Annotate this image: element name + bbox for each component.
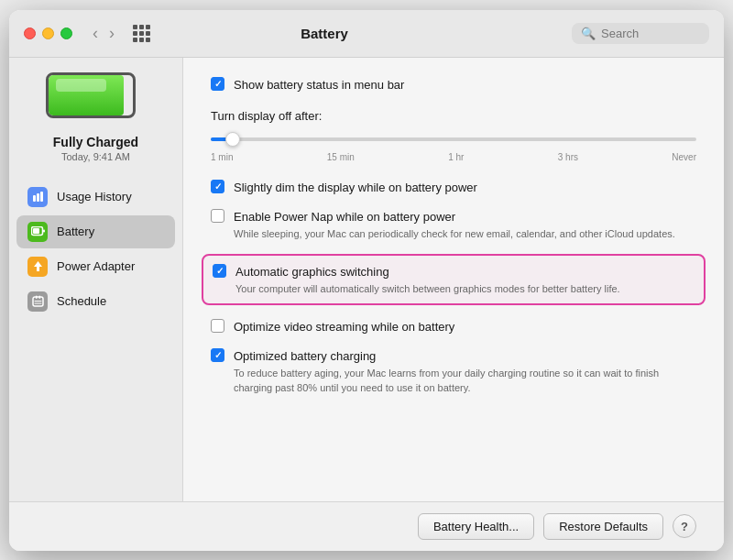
show-battery-status-label: Show battery status in menu bar (234, 78, 404, 92)
close-button[interactable] (24, 27, 36, 39)
slider-track (211, 137, 696, 141)
help-button[interactable]: ? (673, 514, 696, 538)
content-area: Show battery status in menu bar Turn dis… (183, 58, 724, 501)
display-off-section: Turn display off after: 1 min 15 min 1 h… (211, 109, 696, 162)
power-nap-desc: While sleeping, your Mac can periodicall… (234, 227, 696, 241)
auto-graphics-desc: Your computer will automatically switch … (235, 282, 695, 296)
sidebar-item-label-usage-history: Usage History (57, 190, 132, 203)
svg-rect-9 (38, 296, 40, 300)
maximize-button[interactable] (60, 27, 72, 39)
display-off-slider[interactable] (211, 130, 696, 148)
optimized-charging-label: Optimized battery charging (234, 349, 376, 363)
show-battery-status-checkbox[interactable] (211, 77, 224, 91)
search-input[interactable] (601, 27, 700, 40)
slightly-dim-row: Slightly dim the display while on batter… (211, 179, 696, 195)
slider-thumb[interactable] (225, 132, 240, 147)
window-title: Battery (88, 26, 561, 41)
titlebar: ‹ › Battery 🔍 (9, 10, 724, 58)
power-nap-row: Enable Power Nap while on battery power … (211, 208, 696, 241)
show-battery-status-checkbox-wrap (211, 77, 224, 91)
slider-tick-1: 1 min (211, 152, 233, 162)
slider-ticks: 1 min 15 min 1 hr 3 hrs Never (211, 152, 696, 162)
power-nap-checkbox[interactable] (211, 209, 224, 223)
svg-rect-0 (33, 195, 36, 202)
main-window: ‹ › Battery 🔍 (9, 10, 724, 551)
slider-tick-5: Never (672, 152, 696, 162)
restore-defaults-button[interactable]: Restore Defaults (543, 513, 663, 540)
svg-rect-1 (37, 193, 39, 202)
power-nap-label: Enable Power Nap while on battery power (234, 210, 455, 224)
slightly-dim-label: Slightly dim the display while on batter… (234, 181, 477, 194)
battery-nav-icon (27, 222, 48, 242)
auto-graphics-label: Automatic graphics switching (235, 265, 389, 279)
schedule-icon (27, 291, 48, 312)
battery-time-label: Today, 9:41 AM (61, 151, 130, 162)
optimized-charging-row: Optimized battery charging To reduce bat… (211, 347, 696, 395)
optimized-charging-desc: To reduce battery aging, your Mac learns… (234, 367, 696, 395)
battery-graphic (46, 72, 147, 126)
sidebar-item-label-schedule: Schedule (57, 294, 106, 308)
svg-rect-11 (34, 303, 41, 304)
minimize-button[interactable] (42, 27, 54, 39)
search-bar[interactable]: 🔍 (572, 23, 709, 44)
svg-rect-10 (34, 301, 41, 302)
main-content: Fully Charged Today, 9:41 AM Usage Histo… (9, 58, 724, 501)
auto-graphics-checkbox[interactable] (213, 264, 226, 278)
sidebar-item-usage-history[interactable]: Usage History (16, 181, 175, 214)
optimize-video-row: Optimize video streaming while on batter… (211, 318, 696, 335)
sidebar-item-schedule[interactable]: Schedule (16, 285, 175, 318)
optimized-charging-checkbox[interactable] (211, 348, 224, 362)
svg-rect-2 (40, 192, 43, 202)
slider-tick-3: 1 hr (448, 152, 464, 162)
power-adapter-icon (27, 257, 48, 277)
slightly-dim-checkbox[interactable] (211, 180, 224, 193)
battery-highlight (56, 79, 106, 92)
battery-health-button[interactable]: Battery Health... (418, 513, 534, 540)
auto-graphics-row: Automatic graphics switching Your comput… (202, 254, 706, 305)
svg-rect-5 (43, 230, 45, 233)
battery-status-label: Fully Charged (53, 135, 138, 149)
display-off-label: Turn display off after: (211, 109, 696, 123)
sidebar-item-power-adapter[interactable]: Power Adapter (16, 250, 175, 283)
sidebar-nav: Usage History Battery (9, 181, 182, 318)
slider-tick-2: 15 min (327, 152, 355, 162)
svg-rect-8 (36, 296, 38, 300)
show-battery-status-row: Show battery status in menu bar (211, 76, 696, 93)
sidebar: Fully Charged Today, 9:41 AM Usage Histo… (9, 58, 183, 501)
optimize-video-checkbox[interactable] (211, 319, 224, 333)
bottom-bar: Battery Health... Restore Defaults ? (9, 501, 724, 551)
svg-marker-6 (34, 261, 42, 271)
usage-history-icon (27, 187, 48, 207)
optimize-video-label: Optimize video streaming while on batter… (234, 320, 454, 334)
battery-body (46, 72, 136, 118)
slider-tick-4: 3 hrs (558, 152, 578, 162)
svg-rect-4 (33, 228, 39, 234)
sidebar-item-label-power-adapter: Power Adapter (57, 259, 135, 273)
traffic-lights (24, 27, 72, 39)
search-icon: 🔍 (581, 27, 596, 40)
sidebar-item-battery[interactable]: Battery (16, 215, 175, 248)
sidebar-item-label-battery: Battery (57, 225, 94, 238)
